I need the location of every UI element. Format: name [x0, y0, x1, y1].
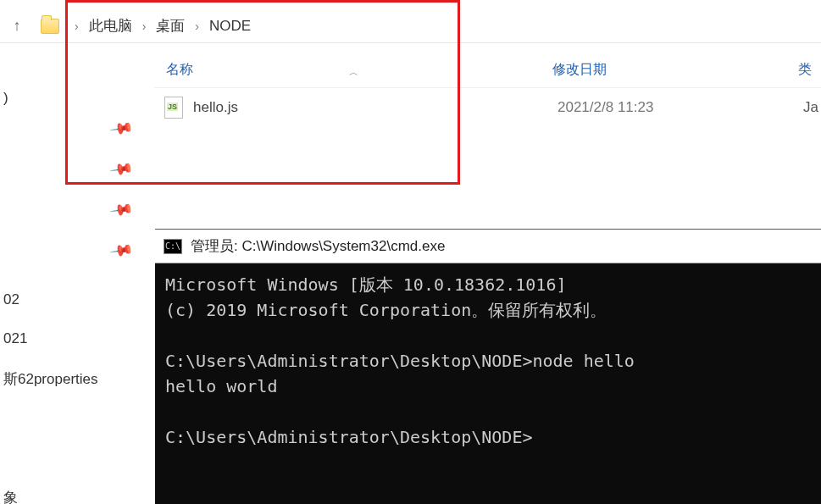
cmd-output[interactable]: Microsoft Windows [版本 10.0.18362.1016] (…: [155, 263, 821, 450]
cmd-titlebar[interactable]: C:\ 管理员: C:\Windows\System32\cmd.exe: [155, 230, 821, 263]
col-name-header[interactable]: 名称 ︿: [154, 61, 552, 79]
sidebar-item[interactable]: 02: [0, 286, 127, 313]
cmd-title-text: 管理员: C:\Windows\System32\cmd.exe: [191, 236, 445, 256]
col-type-header[interactable]: 类: [798, 61, 821, 79]
sidebar-item[interactable]: 象: [0, 483, 127, 504]
cmd-window: C:\ 管理员: C:\Windows\System32\cmd.exe Mic…: [155, 229, 821, 504]
pin-icon: 📌: [108, 197, 135, 223]
sidebar-item[interactable]: ): [0, 85, 127, 112]
chevron-icon: ›: [188, 19, 206, 33]
chevron-icon: ›: [136, 19, 153, 33]
file-type: Ja: [803, 99, 818, 116]
file-row[interactable]: hello.js 2021/2/8 11:23 Ja: [154, 88, 821, 127]
col-name-label: 名称: [166, 62, 193, 76]
cmd-icon: C:\: [164, 239, 182, 254]
file-name: hello.js: [193, 99, 558, 116]
crumb-node[interactable]: NODE: [206, 18, 254, 35]
column-headers: 名称 ︿ 修改日期 类: [154, 53, 821, 88]
pin-icon: 📌: [108, 156, 135, 182]
sort-caret-icon: ︿: [349, 66, 358, 79]
col-date-header[interactable]: 修改日期: [552, 61, 798, 79]
pin-icon: 📌: [108, 237, 135, 263]
file-date: 2021/2/8 11:23: [558, 99, 803, 116]
crumb-desktop[interactable]: 桌面: [153, 16, 188, 36]
sidebar-item[interactable]: 斯62properties: [0, 364, 127, 394]
pin-icon: 📌: [108, 115, 135, 141]
file-list: 名称 ︿ 修改日期 类 hello.js 2021/2/8 11:23 Ja: [154, 53, 821, 180]
up-arrow-button[interactable]: ↑: [5, 14, 29, 38]
quick-access-pins: 📌 📌 📌 📌: [112, 119, 130, 259]
crumb-this-pc[interactable]: 此电脑: [86, 16, 136, 36]
folder-icon: [41, 19, 59, 34]
js-file-icon: [164, 97, 183, 119]
breadcrumb-bar: ↑ › 此电脑 › 桌面 › NODE: [0, 9, 821, 43]
chevron-icon: ›: [68, 19, 86, 33]
sidebar-item[interactable]: 021: [0, 325, 127, 352]
